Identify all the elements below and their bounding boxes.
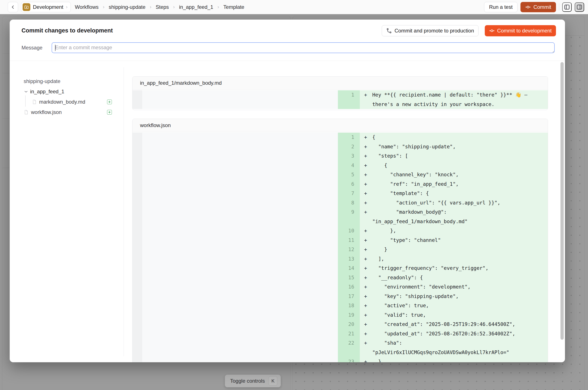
modal-scrollbar[interactable] [560, 62, 564, 340]
line-number: 6 [338, 180, 360, 189]
added-content: +{ [360, 133, 548, 142]
added-content: + "channel_key": "knock", [360, 170, 548, 180]
commit-and-promote-button[interactable]: Commit and promote to production [382, 25, 479, 36]
old-content [142, 245, 338, 254]
old-gutter [132, 310, 142, 320]
old-content [142, 189, 338, 198]
old-content [142, 142, 338, 151]
breadcrumb-template[interactable]: Template [223, 4, 244, 10]
tree-file-label: workflow.json [31, 109, 62, 115]
left-panel-toggle[interactable] [562, 2, 572, 12]
breadcrumb-workflow-key[interactable]: shipping-update [109, 4, 146, 10]
commit-dialog: Commit changes to development Commit and… [10, 20, 565, 362]
breadcrumb-step-ref[interactable]: in_app_feed_1 [179, 4, 213, 10]
old-content [142, 133, 338, 142]
added-content: + } [360, 357, 548, 362]
file-icon [32, 99, 37, 104]
code-text: { [372, 133, 536, 142]
toggle-controls-button[interactable]: Toggle controls K [225, 375, 281, 388]
tree-connector-line [25, 96, 26, 107]
sidebar-divider [2, 73, 10, 73]
diff-add-marker: + [364, 189, 372, 198]
diff-line: 8+ "action_url": "{{ vars.app_url }}", [132, 198, 548, 208]
added-content: + "sha": "pJeLVir6xIlUCMGqs9qroZoUAVDSwA… [360, 339, 548, 357]
diff-add-marker: + [364, 357, 372, 362]
diff-add-marker: + [364, 133, 372, 142]
shortcut-key-badge: K [269, 376, 277, 386]
breadcrumb: Workflows › shipping-update › Steps › in… [75, 0, 244, 14]
code-text: "action_url": "{{ vars.app_url }}", [372, 198, 536, 208]
changed-files-tree: shipping-update in_app_feed_1 markdown_b… [24, 76, 112, 117]
code-text: "steps": [ [372, 151, 536, 161]
diff-add-marker: + [364, 198, 372, 208]
commit-icon [525, 4, 531, 10]
old-content [142, 357, 338, 362]
right-panel-toggle[interactable] [575, 2, 584, 12]
topbar-actions: Run a test Commit [484, 2, 584, 12]
diff-line: 20+ "created_at": "2025-08-25T19:29:46.6… [132, 320, 548, 329]
code-text: } [372, 245, 536, 254]
run-a-test-button[interactable]: Run a test [484, 2, 518, 12]
line-number: 15 [338, 273, 360, 283]
line-number: 17 [338, 292, 360, 301]
old-content [142, 320, 338, 329]
old-content [142, 170, 338, 180]
breadcrumb-steps[interactable]: Steps [156, 4, 169, 10]
line-number: 19 [338, 310, 360, 320]
chevron-down-icon [24, 89, 28, 94]
diff-file-name: workflow.json [132, 119, 548, 132]
old-gutter [132, 180, 142, 189]
old-content [142, 273, 338, 283]
diff-add-marker: + [364, 292, 372, 301]
tree-item-folder[interactable]: in_app_feed_1 [24, 86, 112, 97]
code-text: { [372, 161, 536, 170]
added-content: +Hey **{{ recipient.name | default: "the… [360, 90, 548, 109]
text-caret [55, 45, 55, 51]
modal-header-divider [10, 61, 565, 61]
back-button[interactable] [8, 2, 18, 12]
added-content: + ], [360, 254, 548, 264]
code-text: "ref": "in_app_feed_1", [372, 180, 536, 189]
tree-item-workflow-root[interactable]: shipping-update [24, 76, 112, 86]
commit-to-development-button[interactable]: Commit to development [485, 25, 556, 36]
code-text: "channel_key": "knock", [372, 170, 536, 180]
code-text: "environment": "development", [372, 282, 536, 292]
code-text: } [372, 357, 536, 362]
commit-button[interactable]: Commit [521, 2, 556, 12]
old-gutter [132, 254, 142, 264]
tree-item-markdown-body[interactable]: markdown_body.md [24, 97, 112, 107]
dialog-title: Commit changes to development [21, 27, 113, 34]
line-number: 10 [338, 226, 360, 236]
diff-body: 1+Hey **{{ recipient.name | default: "th… [132, 90, 548, 110]
line-number: 20 [338, 320, 360, 329]
added-content: + "markdown_body@": "in_app_feed_1/markd… [360, 207, 548, 226]
added-content: + "steps": [ [360, 151, 548, 161]
diff-line: 22+ "sha": "pJeLVir6xIlUCMGqs9qroZoUAVDS… [132, 339, 548, 357]
panel-right-icon [576, 4, 583, 10]
environment-name: Development [33, 4, 63, 10]
diff-add-marker: + [364, 329, 372, 339]
code-text: "__readonly": { [372, 273, 536, 283]
tree-item-workflow-json[interactable]: workflow.json [24, 107, 112, 117]
added-content: + "ref": "in_app_feed_1", [360, 180, 548, 189]
code-text: "sha": "pJeLVir6xIlUCMGqs9qroZoUAVDSwA0y… [372, 339, 536, 357]
commit-and-promote-label: Commit and promote to production [394, 28, 474, 34]
commit-message-input[interactable] [52, 42, 555, 53]
panel-left-icon [564, 4, 570, 10]
sidebar-divider [2, 168, 10, 168]
toolbar-divider [559, 3, 559, 11]
breadcrumb-workflows[interactable]: Workflows [75, 4, 99, 10]
diff-panel: in_app_feed_1/markdown_body.md1+Hey **{{… [132, 76, 548, 110]
added-content: + "trigger_frequency": "every_trigger", [360, 264, 548, 273]
diff-line: 4+ { [132, 161, 548, 170]
diff-line: 14+ "trigger_frequency": "every_trigger"… [132, 264, 548, 273]
old-content [142, 282, 338, 292]
toggle-controls-label: Toggle controls [230, 378, 265, 384]
added-content: + "updated_at": "2025-08-26T20:26:52.364… [360, 329, 548, 339]
old-gutter [132, 329, 142, 339]
environment-selector[interactable]: Development › [21, 2, 71, 12]
diff-line: 16+ "environment": "development", [132, 282, 548, 292]
old-content [142, 264, 338, 273]
diff-add-marker: + [364, 161, 372, 170]
tree-root-label: shipping-update [24, 78, 60, 84]
